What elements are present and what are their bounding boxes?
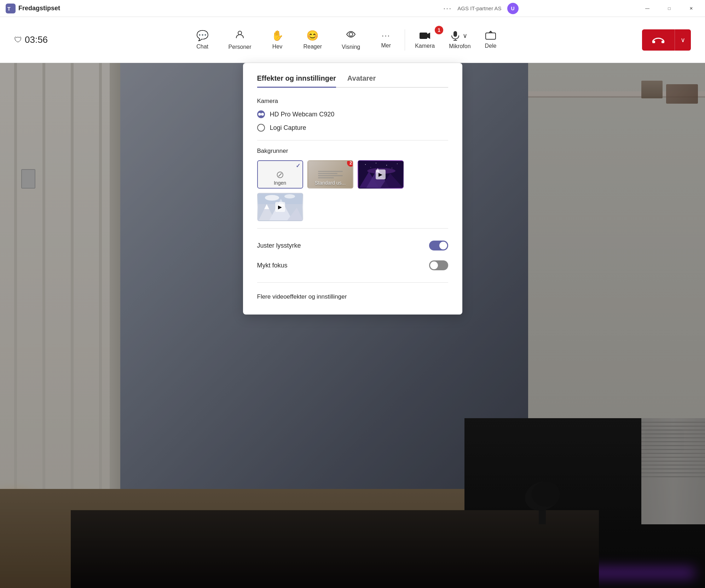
- dele-label: Dele: [485, 43, 497, 49]
- camera-radio-2[interactable]: [257, 124, 265, 132]
- hev-label: Hev: [272, 44, 282, 50]
- dele-button[interactable]: Dele: [478, 27, 504, 53]
- mikrofon-label: Mikrofon: [449, 43, 470, 50]
- play-icon-overlay: ▶: [358, 161, 403, 188]
- camera-1-label: HD Pro Webcam C920: [270, 111, 335, 118]
- end-call-icon: [642, 29, 675, 51]
- mykt-label: Mykt fokus: [257, 262, 288, 269]
- bg-none-thumb[interactable]: ⊘ ✓ Ingen: [257, 160, 303, 189]
- svg-rect-4: [420, 33, 427, 39]
- personer-button[interactable]: Personer: [219, 26, 261, 54]
- visning-button[interactable]: Visning: [332, 26, 370, 54]
- shield-icon: 🛡: [14, 35, 22, 45]
- mic-group: ∨: [451, 30, 469, 41]
- mer-button[interactable]: ··· Mer: [370, 28, 402, 52]
- reager-icon: 😊: [306, 30, 319, 41]
- pattern-lines: [318, 171, 343, 178]
- camera-radio-group: HD Pro Webcam C920 Logi Capture: [257, 110, 448, 132]
- end-call-button[interactable]: ∨: [642, 29, 691, 51]
- mykt-toggle[interactable]: [429, 260, 448, 270]
- mykt-toggle-knob: [430, 261, 438, 269]
- maximize-button[interactable]: □: [661, 3, 677, 14]
- reager-button[interactable]: 😊 Reager: [294, 26, 332, 53]
- hev-icon: ✋: [271, 30, 284, 41]
- mer-icon: ···: [382, 31, 390, 40]
- mykt-toggle-row: Mykt fokus: [257, 255, 448, 275]
- chat-icon: 💬: [196, 30, 209, 41]
- app-title: Fredagstipset: [18, 5, 60, 12]
- divider-2: [257, 228, 448, 229]
- svg-rect-6: [453, 31, 457, 37]
- backgrounds-section: Bakgrunner ⊘ ✓ Ingen 2 Stand: [257, 148, 448, 221]
- title-bar: T Fredagstipset ··· AGS IT-partner AS U …: [0, 0, 705, 17]
- kamera-section-label: Kamera: [257, 98, 448, 105]
- camera-option-1[interactable]: HD Pro Webcam C920: [257, 110, 448, 118]
- svg-point-2: [238, 31, 242, 35]
- personer-icon: [235, 29, 245, 42]
- camera-radio-1[interactable]: [257, 110, 265, 118]
- toolbar-divider: [405, 29, 405, 51]
- reager-label: Reager: [304, 44, 322, 50]
- chat-label: Chat: [196, 44, 208, 50]
- tab-effekter[interactable]: Effekter og innstillinger: [257, 74, 336, 88]
- bg-standard-label: Standard us...: [308, 180, 353, 186]
- org-name: AGS IT-partner AS: [457, 5, 501, 11]
- settings-panel: Effekter og innstillinger Avatarer Kamer…: [243, 63, 462, 315]
- play-icon: ▶: [376, 169, 386, 179]
- juster-label: Juster lysstyrke: [257, 242, 301, 249]
- bg-none-label: Ingen: [258, 180, 302, 186]
- toolbar-center: 💬 Chat Personer ✋ Hev 😊 Reager Visning: [186, 26, 504, 54]
- personer-label: Personer: [229, 44, 252, 50]
- mer-label: Mer: [381, 42, 391, 49]
- divider-3: [257, 282, 448, 283]
- call-toolbar: 🛡 03:56 💬 Chat Personer ✋ Hev 😊 Reager: [0, 17, 705, 63]
- camera-option-2[interactable]: Logi Capture: [257, 124, 448, 132]
- bakgrunner-section-label: Bakgrunner: [257, 148, 448, 155]
- svg-rect-11: [661, 41, 664, 43]
- svg-marker-5: [427, 33, 430, 39]
- panel-tabs: Effekter og innstillinger Avatarer: [257, 74, 448, 88]
- visning-label: Visning: [342, 44, 360, 50]
- visning-icon: [346, 29, 356, 42]
- bg-none-icon: ⊘: [276, 169, 284, 180]
- camera-group: [419, 31, 430, 41]
- juster-toggle[interactable]: [429, 241, 448, 250]
- bg-purple-thumb[interactable]: ▶: [358, 160, 404, 189]
- tab-avatarer[interactable]: Avatarer: [347, 74, 376, 88]
- svg-rect-9: [486, 33, 496, 39]
- svg-rect-10: [652, 41, 655, 43]
- more-effects-link[interactable]: Flere videoeffekter og innstillinger: [257, 290, 448, 302]
- bg-none-check: ✓: [296, 162, 300, 169]
- hev-button[interactable]: ✋ Hev: [261, 26, 294, 53]
- play-icon-overlay-2: ▶: [258, 194, 302, 220]
- toolbar-left: 🛡 03:56: [14, 34, 48, 45]
- title-bar-center: ··· AGS IT-partner AS U: [323, 3, 640, 14]
- play-icon-2: ▶: [275, 202, 285, 212]
- close-button[interactable]: ✕: [683, 3, 699, 14]
- title-bar-right: — □ ✕: [639, 3, 699, 14]
- camera-2-label: Logi Capture: [270, 124, 306, 132]
- kamera-label: Kamera: [415, 43, 435, 49]
- user-avatar[interactable]: U: [507, 3, 519, 14]
- minimize-button[interactable]: —: [639, 3, 655, 14]
- title-bar-left: T Fredagstipset: [6, 4, 323, 13]
- end-call-chevron-icon[interactable]: ∨: [675, 29, 691, 51]
- svg-point-3: [349, 33, 353, 36]
- chat-button[interactable]: 💬 Chat: [186, 26, 219, 53]
- title-dots-menu[interactable]: ···: [443, 4, 452, 13]
- bg-standard-thumb[interactable]: 2 Standard us...: [307, 160, 353, 189]
- juster-toggle-row: Juster lysstyrke: [257, 236, 448, 255]
- teams-logo-icon: T: [6, 4, 16, 13]
- bg-snow-thumb[interactable]: ▶: [257, 193, 303, 221]
- mic-chevron-icon[interactable]: ∨: [461, 30, 469, 41]
- camera-button[interactable]: 1 Kamera: [408, 27, 442, 53]
- svg-text:T: T: [7, 6, 11, 12]
- mikrofon-button[interactable]: ∨ Mikrofon: [442, 27, 478, 53]
- call-timer: 03:56: [25, 34, 48, 45]
- divider-1: [257, 140, 448, 140]
- juster-toggle-knob: [439, 242, 447, 249]
- backgrounds-grid: ⊘ ✓ Ingen 2 Standard us...: [257, 160, 448, 221]
